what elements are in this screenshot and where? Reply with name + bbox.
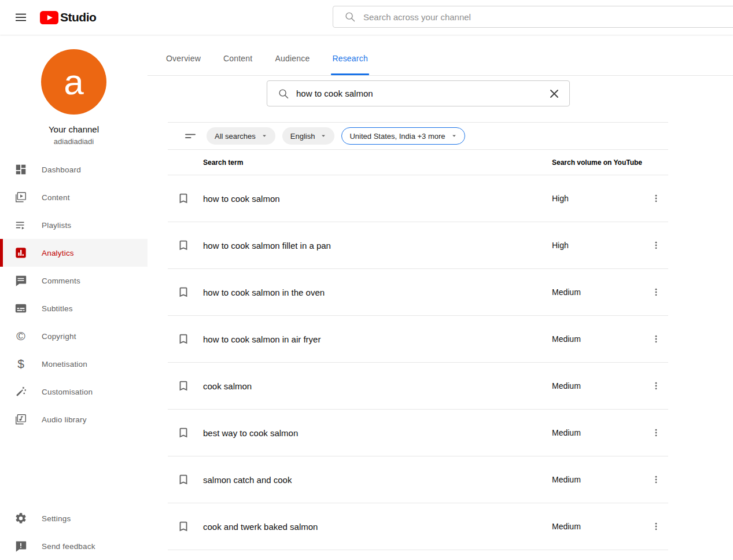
sidebar-item-label: Send feedback xyxy=(42,542,95,551)
youtube-play-icon xyxy=(40,11,58,24)
settings-icon xyxy=(14,511,28,525)
menu-icon[interactable] xyxy=(14,10,28,24)
chevron-down-icon xyxy=(318,131,329,141)
sidebar-item-label: Playlists xyxy=(42,221,71,230)
send-feedback-icon xyxy=(14,539,28,553)
kebab-menu-icon[interactable] xyxy=(649,473,663,487)
table-row: how to cook salmon fillet in a pan High xyxy=(168,222,668,269)
comments-icon xyxy=(14,274,28,288)
sidebar-item-label: Content xyxy=(42,193,70,202)
bookmark-icon[interactable] xyxy=(174,517,193,536)
chevron-down-icon xyxy=(449,131,459,141)
sidebar-item-label: Copyright xyxy=(42,332,76,341)
channel-search-input[interactable] xyxy=(363,12,733,22)
sidebar-footer: Settings Send feedback xyxy=(0,504,148,560)
search-term[interactable]: salmon catch and cook xyxy=(203,475,292,485)
kebab-menu-icon[interactable] xyxy=(649,238,663,252)
search-term[interactable]: how to cook salmon xyxy=(203,194,280,204)
sidebar-item-dashboard[interactable]: Dashboard xyxy=(0,156,148,183)
youtube-studio-logo[interactable]: Studio xyxy=(40,10,96,24)
search-term[interactable]: how to cook salmon fillet in a pan xyxy=(203,241,331,250)
sidebar-item-analytics[interactable]: Analytics xyxy=(0,239,148,267)
sidebar-item-subtitles[interactable]: Subtitles xyxy=(0,294,148,322)
tab-research[interactable]: Research xyxy=(332,54,368,75)
playlists-icon xyxy=(14,218,28,232)
tab-overview[interactable]: Overview xyxy=(166,54,201,75)
channel-label: Your channel xyxy=(0,124,148,134)
close-icon[interactable] xyxy=(547,87,561,101)
chevron-down-icon xyxy=(259,131,270,141)
analytics-tabs: Overview Content Audience Research xyxy=(148,35,733,76)
search-volume: High xyxy=(552,194,569,203)
search-term[interactable]: best way to cook salmon xyxy=(203,428,298,438)
sidebar-item-label: Customisation xyxy=(42,388,93,396)
kebab-menu-icon[interactable] xyxy=(649,332,663,346)
sidebar-item-customisation[interactable]: Customisation xyxy=(0,378,148,406)
table-row: how to cook salmon in the oven Medium xyxy=(168,269,668,316)
sidebar-item-label: Dashboard xyxy=(42,165,81,174)
filter-chips: All searches English United States, Indi… xyxy=(207,127,465,145)
filter-icon[interactable] xyxy=(183,129,197,143)
search-volume: Medium xyxy=(552,288,581,297)
avatar[interactable]: a xyxy=(41,49,106,115)
sidebar-item-content[interactable]: Content xyxy=(0,183,148,211)
studio-wordmark: Studio xyxy=(60,10,96,24)
bookmark-icon[interactable] xyxy=(174,330,193,348)
keyword-search-input[interactable] xyxy=(296,89,547,98)
filter-bar: All searches English United States, Indi… xyxy=(168,123,668,150)
copyright-icon: © xyxy=(14,329,28,343)
kebab-menu-icon[interactable] xyxy=(649,285,663,299)
kebab-menu-icon[interactable] xyxy=(649,191,663,205)
sidebar-item-playlists[interactable]: Playlists xyxy=(0,211,148,239)
monetisation-icon: $ xyxy=(14,357,28,371)
bookmark-icon[interactable] xyxy=(174,189,193,208)
channel-search-box xyxy=(333,6,733,28)
kebab-menu-icon[interactable] xyxy=(649,426,663,440)
tab-audience[interactable]: Audience xyxy=(275,54,310,75)
tab-content[interactable]: Content xyxy=(223,54,252,75)
chip-all-searches[interactable]: All searches xyxy=(207,127,275,145)
bookmark-icon[interactable] xyxy=(174,283,193,301)
table-row: cook and twerk baked salmon Medium xyxy=(168,503,668,550)
sidebar-item-comments[interactable]: Comments xyxy=(0,267,148,294)
chip-language[interactable]: English xyxy=(282,127,335,145)
column-header-search-volume: Search volume on YouTube xyxy=(552,159,642,167)
table-row: cook salmon Medium xyxy=(168,363,668,410)
main-content: Overview Content Audience Research All s… xyxy=(148,35,733,560)
column-header-search-term: Search term xyxy=(203,159,243,167)
kebab-menu-icon[interactable] xyxy=(649,520,663,533)
bookmark-icon[interactable] xyxy=(174,423,193,442)
sidebar-item-label: Monetisation xyxy=(42,360,87,369)
sidebar-item-audio-library[interactable]: Audio library xyxy=(0,406,148,433)
bookmark-icon[interactable] xyxy=(174,236,193,255)
search-volume: Medium xyxy=(552,334,581,344)
sidebar-item-label: Comments xyxy=(42,277,80,285)
search-icon xyxy=(344,10,356,23)
sidebar: a Your channel adiadiadiadi Dashboard Co… xyxy=(0,35,148,560)
sidebar-nav: Dashboard Content Playlists xyxy=(0,156,148,433)
sidebar-item-label: Settings xyxy=(42,514,71,523)
search-volume: Medium xyxy=(552,381,581,390)
bookmark-icon[interactable] xyxy=(174,470,193,489)
search-term[interactable]: how to cook salmon in the oven xyxy=(203,288,325,297)
customisation-icon xyxy=(14,385,28,399)
sidebar-item-copyright[interactable]: © Copyright xyxy=(0,322,148,350)
bookmark-icon[interactable] xyxy=(174,377,193,395)
kebab-menu-icon[interactable] xyxy=(649,379,663,393)
audio-library-icon xyxy=(14,412,28,426)
top-app-bar: Studio xyxy=(0,0,733,35)
sidebar-item-monetisation[interactable]: $ Monetisation xyxy=(0,350,148,378)
search-volume: Medium xyxy=(552,428,581,437)
table-row: salmon catch and cook Medium xyxy=(168,456,668,503)
chip-locations[interactable]: United States, India +3 more xyxy=(341,127,465,145)
search-term[interactable]: how to cook salmon in air fryer xyxy=(203,334,321,344)
search-term[interactable]: cook and twerk baked salmon xyxy=(203,522,318,532)
sidebar-item-settings[interactable]: Settings xyxy=(0,504,148,532)
table-row: how to cook salmon in air fryer Medium xyxy=(168,316,668,363)
table-header: Search term Search volume on YouTube xyxy=(168,150,668,175)
table-row: best way to cook salmon Medium xyxy=(168,410,668,456)
sidebar-item-send-feedback[interactable]: Send feedback xyxy=(0,532,148,560)
search-term[interactable]: cook salmon xyxy=(203,381,252,391)
avatar-letter: a xyxy=(64,61,83,102)
sidebar-item-label: Analytics xyxy=(42,249,74,257)
